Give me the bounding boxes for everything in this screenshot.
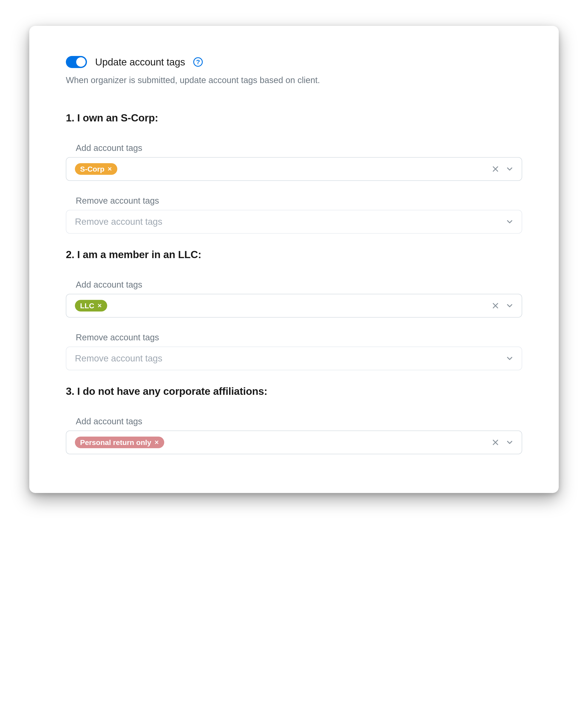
remove-tags-select[interactable]: Remove account tags — [66, 346, 522, 370]
chevron-down-icon[interactable] — [504, 300, 515, 311]
placeholder-text: Remove account tags — [75, 353, 162, 364]
section: 2. I am a member in an LLC: Add account … — [66, 249, 522, 370]
add-tags-field: Add account tags S-Corp ✕ — [66, 143, 522, 181]
add-tags-select[interactable]: LLC ✕ — [66, 294, 522, 318]
clear-icon[interactable] — [490, 300, 501, 311]
chevron-down-icon[interactable] — [504, 216, 515, 227]
tag-chip-label: LLC — [80, 302, 94, 309]
field-label-remove: Remove account tags — [66, 333, 522, 342]
section-title: 1. I own an S-Corp: — [66, 112, 522, 124]
header-subtitle: When organizer is submitted, update acco… — [66, 74, 522, 86]
add-tags-field: Add account tags Personal return only ✕ — [66, 417, 522, 454]
remove-tag-icon[interactable]: ✕ — [97, 303, 102, 309]
field-label-add: Add account tags — [66, 280, 522, 290]
add-tags-select[interactable]: S-Corp ✕ — [66, 157, 522, 181]
chevron-down-icon[interactable] — [504, 164, 515, 174]
header-row: Update account tags ? — [66, 56, 522, 68]
toggle-knob — [76, 57, 86, 67]
remove-tags-field: Remove account tags Remove account tags — [66, 333, 522, 370]
tag-chip-label: Personal return only — [80, 439, 151, 446]
chevron-down-icon[interactable] — [504, 437, 515, 447]
section-title: 2. I am a member in an LLC: — [66, 249, 522, 260]
field-label-add: Add account tags — [66, 143, 522, 153]
add-tags-field: Add account tags LLC ✕ — [66, 280, 522, 318]
remove-tag-icon[interactable]: ✕ — [154, 440, 159, 445]
placeholder-text: Remove account tags — [75, 216, 162, 227]
help-icon[interactable]: ? — [193, 57, 203, 67]
section: 1. I own an S-Corp: Add account tags S-C… — [66, 112, 522, 234]
add-tags-select[interactable]: Personal return only ✕ — [66, 430, 522, 454]
field-label-remove: Remove account tags — [66, 196, 522, 206]
section: 3. I do not have any corporate affiliati… — [66, 385, 522, 454]
remove-tags-select[interactable]: Remove account tags — [66, 210, 522, 234]
header-title: Update account tags — [95, 56, 185, 68]
field-label-add: Add account tags — [66, 417, 522, 426]
tag-chip: LLC ✕ — [75, 300, 107, 312]
remove-tag-icon[interactable]: ✕ — [107, 166, 112, 172]
update-tags-toggle[interactable] — [66, 56, 87, 68]
chevron-down-icon[interactable] — [504, 353, 515, 364]
clear-icon[interactable] — [490, 164, 501, 174]
remove-tags-field: Remove account tags Remove account tags — [66, 196, 522, 234]
clear-icon[interactable] — [490, 437, 501, 447]
settings-card: Update account tags ? When organizer is … — [29, 26, 559, 493]
tag-chip: Personal return only ✕ — [75, 437, 164, 448]
tag-chip: S-Corp ✕ — [75, 163, 117, 175]
tag-chip-label: S-Corp — [80, 165, 104, 173]
section-title: 3. I do not have any corporate affiliati… — [66, 385, 522, 397]
